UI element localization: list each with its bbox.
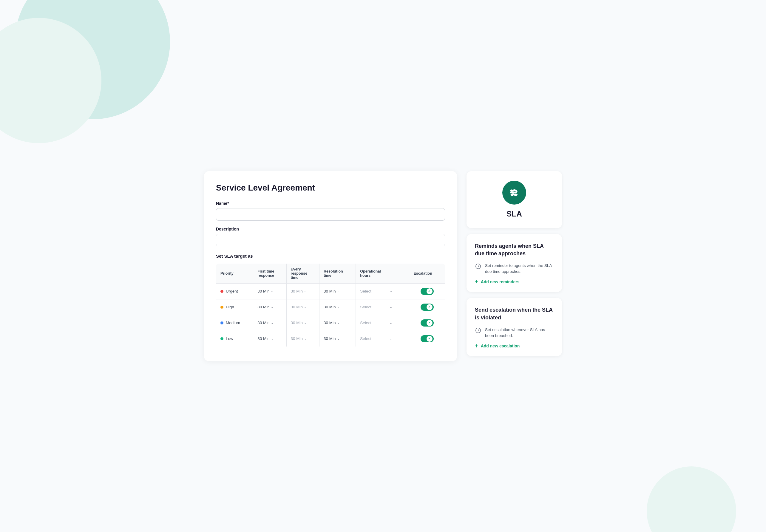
- resolution-cell[interactable]: 30 Min15 Min1 Hr ⌄: [319, 299, 356, 315]
- every-response-cell: 30 Min ⌄: [286, 283, 319, 299]
- chevron-down-icon-2: ⌄: [304, 305, 307, 309]
- plus-icon-2: +: [475, 343, 478, 349]
- priority-label: Low: [226, 336, 233, 341]
- col-every-response: Everyresponsetime: [286, 263, 319, 283]
- operational-select[interactable]: Select 24/7Business Hours: [360, 336, 388, 341]
- priority-label: High: [226, 305, 234, 309]
- resolution-cell[interactable]: 30 Min15 Min1 Hr ⌄: [319, 283, 356, 299]
- operational-cell[interactable]: Select 24/7Business Hours ⌄: [356, 299, 409, 315]
- chevron-down-icon-3: ⌄: [337, 321, 340, 325]
- name-label: Name*: [216, 201, 445, 206]
- first-response-cell[interactable]: 30 Min15 Min1 Hr ⌄: [253, 331, 286, 347]
- page-container: Service Level Agreement Name* Descriptio…: [204, 171, 562, 361]
- every-response-cell: 30 Min ⌄: [286, 331, 319, 347]
- clock-icon: [475, 263, 481, 270]
- chevron-down-icon-2: ⌄: [304, 337, 307, 341]
- resolution-select[interactable]: 30 Min15 Min1 Hr: [324, 289, 336, 293]
- reminders-card: Reminds agents when SLA due time approch…: [467, 234, 562, 292]
- priority-dot: [220, 337, 223, 340]
- escalation-cell[interactable]: ✓: [409, 299, 445, 315]
- escalation-toggle[interactable]: ✓: [421, 335, 434, 342]
- col-resolution: Resolutiontime: [319, 263, 356, 283]
- add-escalation-label: Add new escalation: [481, 344, 520, 348]
- chevron-down-icon: ⌄: [271, 305, 274, 309]
- description-label: Description: [216, 227, 445, 231]
- sla-table: Priority First timeresponse Everyrespons…: [216, 263, 445, 347]
- description-input[interactable]: [216, 234, 445, 246]
- first-response-select[interactable]: 30 Min15 Min1 Hr: [257, 336, 270, 341]
- resolution-select[interactable]: 30 Min15 Min1 Hr: [324, 321, 336, 325]
- every-response-cell: 30 Min ⌄: [286, 299, 319, 315]
- escalation-toggle[interactable]: ✓: [421, 304, 434, 311]
- priority-dot: [220, 290, 223, 293]
- resolution-cell[interactable]: 30 Min15 Min1 Hr ⌄: [319, 315, 356, 331]
- escalation-cell[interactable]: ✓: [409, 315, 445, 331]
- clock-icon-2: [475, 327, 481, 334]
- reminders-description: Set reminder to agents when the SLA due …: [485, 263, 554, 275]
- chevron-down-icon-4: ⌄: [390, 305, 392, 309]
- toggle-knob: ✓: [427, 304, 433, 310]
- chevron-down-icon-4: ⌄: [390, 321, 392, 325]
- escalation-cell[interactable]: ✓: [409, 331, 445, 347]
- first-response-select[interactable]: 30 Min15 Min1 Hr: [257, 305, 270, 309]
- operational-cell[interactable]: Select 24/7Business Hours ⌄: [356, 315, 409, 331]
- add-escalation-link[interactable]: + Add new escalation: [475, 343, 554, 349]
- chevron-down-icon: ⌄: [271, 289, 274, 293]
- sla-section-label: Set SLA target as: [216, 253, 445, 259]
- chevron-down-icon-3: ⌄: [337, 337, 340, 341]
- add-reminders-label: Add new reminders: [481, 279, 520, 284]
- every-response-value: 30 Min: [291, 336, 303, 341]
- sla-icon-circle: [502, 181, 526, 205]
- priority-dot: [220, 306, 223, 309]
- operational-cell[interactable]: Select 24/7Business Hours ⌄: [356, 331, 409, 347]
- priority-dot: [220, 321, 223, 324]
- escalation-cell[interactable]: ✓: [409, 283, 445, 299]
- resolution-select[interactable]: 30 Min15 Min1 Hr: [324, 305, 336, 309]
- sla-label: SLA: [506, 209, 522, 219]
- first-response-cell[interactable]: 30 Min15 Min1 Hr ⌄: [253, 315, 286, 331]
- chevron-down-icon-3: ⌄: [337, 289, 340, 293]
- toggle-knob: ✓: [427, 288, 433, 294]
- every-response-cell: 30 Min ⌄: [286, 315, 319, 331]
- chevron-down-icon-2: ⌄: [304, 321, 307, 325]
- resolution-cell[interactable]: 30 Min15 Min1 Hr ⌄: [319, 331, 356, 347]
- escalation-toggle[interactable]: ✓: [421, 288, 434, 295]
- priority-cell: Medium: [216, 315, 253, 331]
- first-response-cell[interactable]: 30 Min15 Min1 Hr ⌄: [253, 283, 286, 299]
- chevron-down-icon-4: ⌄: [390, 289, 392, 293]
- table-row: High 30 Min15 Min1 Hr ⌄ 30 Min ⌄ 30 Min1…: [216, 299, 445, 315]
- col-operational: Operationalhours: [356, 263, 409, 283]
- col-first-response: First timeresponse: [253, 263, 286, 283]
- toggle-knob: ✓: [427, 320, 433, 326]
- chevron-down-icon-2: ⌄: [304, 289, 307, 293]
- operational-select[interactable]: Select 24/7Business Hours: [360, 305, 388, 309]
- reminders-info-item: Set reminder to agents when the SLA due …: [475, 263, 554, 275]
- first-response-select[interactable]: 30 Min15 Min1 Hr: [257, 321, 270, 325]
- svg-rect-2: [512, 194, 516, 194]
- escalation-description: Set escalation whenever SLA has been bre…: [485, 327, 554, 339]
- first-response-cell[interactable]: 30 Min15 Min1 Hr ⌄: [253, 299, 286, 315]
- escalation-toggle[interactable]: ✓: [421, 319, 434, 327]
- table-row: Low 30 Min15 Min1 Hr ⌄ 30 Min ⌄ 30 Min15…: [216, 331, 445, 347]
- table-row: Medium 30 Min15 Min1 Hr ⌄ 30 Min ⌄ 30 Mi…: [216, 315, 445, 331]
- operational-select[interactable]: Select 24/7Business Hours: [360, 289, 388, 293]
- first-response-select[interactable]: 30 Min15 Min1 Hr: [257, 289, 270, 293]
- sla-icon-card: SLA: [467, 171, 562, 228]
- resolution-select[interactable]: 30 Min15 Min1 Hr: [324, 336, 336, 341]
- table-row: Urgent 30 Min15 Min1 Hr ⌄ 30 Min ⌄ 30 Mi…: [216, 283, 445, 299]
- priority-label: Urgent: [226, 289, 238, 293]
- priority-cell: Low: [216, 331, 253, 347]
- operational-cell[interactable]: Select 24/7Business Hours ⌄: [356, 283, 409, 299]
- escalation-card: Send escalation when the SLA is violated…: [467, 298, 562, 356]
- chevron-down-icon: ⌄: [271, 321, 274, 325]
- col-escalation: Escalation: [409, 263, 445, 283]
- add-reminders-link[interactable]: + Add new reminders: [475, 279, 554, 285]
- toggle-knob: ✓: [427, 336, 433, 342]
- col-priority: Priority: [216, 263, 253, 283]
- operational-select[interactable]: Select 24/7Business Hours: [360, 321, 388, 325]
- escalation-info-item: Set escalation whenever SLA has been bre…: [475, 327, 554, 339]
- name-input[interactable]: [216, 208, 445, 221]
- priority-cell: High: [216, 299, 253, 315]
- handshake-icon: [508, 186, 521, 199]
- chevron-down-icon: ⌄: [271, 337, 274, 341]
